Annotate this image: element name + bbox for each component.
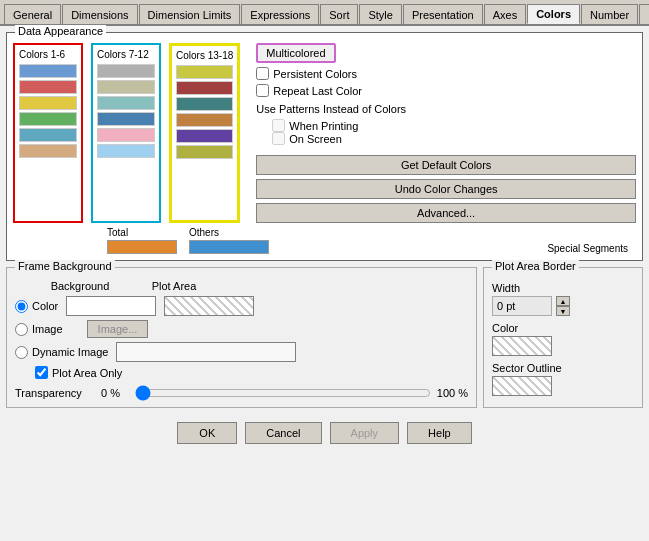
sector-outline-label: Sector Outline	[492, 362, 634, 374]
right-panel: Multicolored Persistent Colors Repeat La…	[248, 43, 636, 223]
transparency-slider-container	[135, 385, 431, 401]
frame-background-box: Frame Background Background Plot Area Co…	[6, 267, 477, 408]
width-input[interactable]	[492, 296, 552, 316]
color-swatch-6[interactable]	[19, 144, 77, 158]
lower-section: Frame Background Background Plot Area Co…	[6, 267, 643, 414]
transparency-value: 0 %	[101, 387, 129, 399]
color-swatch-5[interactable]	[19, 128, 77, 142]
tab-axes[interactable]: Axes	[484, 4, 526, 24]
total-group: Total	[107, 227, 177, 254]
color-swatch-14[interactable]	[176, 81, 233, 95]
use-patterns-label: Use Patterns Instead of Colors	[256, 103, 636, 115]
color-swatch-3[interactable]	[19, 96, 77, 110]
image-button[interactable]: Image...	[87, 320, 149, 338]
image-radio-row: Image Image...	[15, 320, 468, 338]
color-swatch-10[interactable]	[97, 112, 155, 126]
tab-colors[interactable]: Colors	[527, 4, 580, 24]
image-radio[interactable]	[15, 323, 28, 336]
advanced-button[interactable]: Advanced...	[256, 203, 636, 223]
tab-number[interactable]: Number	[581, 4, 638, 24]
tab-expressions[interactable]: Expressions	[241, 4, 319, 24]
multicolored-button[interactable]: Multicolored	[256, 43, 335, 63]
plot-area-border-content: Width ▲ ▼ Color Sector Outline	[492, 282, 634, 396]
color-radio-row: Color	[15, 296, 468, 316]
dynamic-image-input[interactable]	[116, 342, 296, 362]
width-spinner: ▲ ▼	[556, 296, 570, 316]
bg-plot-inputs: Background Plot Area	[35, 280, 468, 292]
persistent-colors-checkbox[interactable]	[256, 67, 269, 80]
plot-area-only-checkbox[interactable]	[35, 366, 48, 379]
transparency-label: Transparency	[15, 387, 95, 399]
tab-font[interactable]: Font	[639, 4, 649, 24]
on-screen-checkbox[interactable]	[272, 132, 285, 145]
color-swatch-2[interactable]	[19, 80, 77, 94]
color-swatch-12[interactable]	[97, 144, 155, 158]
color-swatch-15[interactable]	[176, 97, 233, 111]
color-swatch-17[interactable]	[176, 129, 233, 143]
color-group-7-12-label: Colors 7-12	[97, 49, 155, 60]
plot-area-color-input[interactable]	[164, 296, 254, 316]
color-swatch-9[interactable]	[97, 96, 155, 110]
plot-area-only-row: Plot Area Only	[15, 366, 468, 379]
color-radio[interactable]	[15, 300, 28, 313]
tab-sort[interactable]: Sort	[320, 4, 358, 24]
repeat-last-color-checkbox[interactable]	[256, 84, 269, 97]
others-group: Others	[189, 227, 269, 254]
color-group-13-18: Colors 13-18	[169, 43, 240, 223]
cancel-button[interactable]: Cancel	[245, 422, 321, 444]
when-printing-row[interactable]: When Printing	[272, 119, 636, 132]
color-swatch-4[interactable]	[19, 112, 77, 126]
color-group-13-18-label: Colors 13-18	[176, 50, 233, 61]
color-group-7-12: Colors 7-12	[91, 43, 161, 223]
border-color-box[interactable]	[492, 336, 552, 356]
dynamic-image-radio[interactable]	[15, 346, 28, 359]
color-swatch-7[interactable]	[97, 64, 155, 78]
frame-background-label: Frame Background	[15, 260, 115, 272]
color-group-1-6: Colors 1-6	[13, 43, 83, 223]
undo-color-changes-button[interactable]: Undo Color Changes	[256, 179, 636, 199]
width-increment[interactable]: ▲	[556, 296, 570, 306]
repeat-last-color-row[interactable]: Repeat Last Color	[256, 84, 636, 97]
background-col-label: Background	[35, 280, 125, 292]
on-screen-row[interactable]: On Screen	[272, 132, 636, 145]
sector-outline-box[interactable]	[492, 376, 552, 396]
main-content: Data Appearance Colors 1-6 Colors 7-12	[0, 26, 649, 458]
when-printing-checkbox[interactable]	[272, 119, 285, 132]
others-color-swatch[interactable]	[189, 240, 269, 254]
total-color-swatch[interactable]	[107, 240, 177, 254]
data-appearance-inner: Colors 1-6 Colors 7-12 Colors 13	[13, 43, 636, 223]
bottom-buttons: OK Cancel Apply Help	[6, 414, 643, 452]
plot-area-border-label: Plot Area Border	[492, 260, 579, 272]
color-swatch-18[interactable]	[176, 145, 233, 159]
transparency-row: Transparency 0 % 100 %	[15, 385, 468, 401]
help-button[interactable]: Help	[407, 422, 472, 444]
width-decrement[interactable]: ▼	[556, 306, 570, 316]
tab-dimension-limits[interactable]: Dimension Limits	[139, 4, 241, 24]
color-label: Color	[492, 322, 634, 334]
tab-general[interactable]: General	[4, 4, 61, 24]
patterns-options: When Printing On Screen	[256, 119, 636, 145]
apply-button[interactable]: Apply	[330, 422, 400, 444]
get-default-colors-button[interactable]: Get Default Colors	[256, 155, 636, 175]
transparency-max: 100 %	[437, 387, 468, 399]
ok-button[interactable]: OK	[177, 422, 237, 444]
tab-dimensions[interactable]: Dimensions	[62, 4, 137, 24]
width-label: Width	[492, 282, 634, 294]
data-appearance-box: Data Appearance Colors 1-6 Colors 7-12	[6, 32, 643, 261]
color-swatch-11[interactable]	[97, 128, 155, 142]
dynamic-image-radio-row: Dynamic Image	[15, 342, 468, 362]
transparency-slider[interactable]	[135, 385, 431, 401]
color-swatch-16[interactable]	[176, 113, 233, 127]
width-row: ▲ ▼	[492, 296, 634, 316]
tab-style[interactable]: Style	[359, 4, 401, 24]
color-swatch-13[interactable]	[176, 65, 233, 79]
frame-bg-content: Background Plot Area Color Image Image..…	[15, 280, 468, 401]
plot-area-border-box: Plot Area Border Width ▲ ▼ Color Sector …	[483, 267, 643, 408]
special-segments-group: Special Segments	[547, 239, 636, 254]
tab-presentation[interactable]: Presentation	[403, 4, 483, 24]
background-color-input[interactable]	[66, 296, 156, 316]
color-swatch-1[interactable]	[19, 64, 77, 78]
color-group-1-6-label: Colors 1-6	[19, 49, 77, 60]
persistent-colors-row[interactable]: Persistent Colors	[256, 67, 636, 80]
color-swatch-8[interactable]	[97, 80, 155, 94]
